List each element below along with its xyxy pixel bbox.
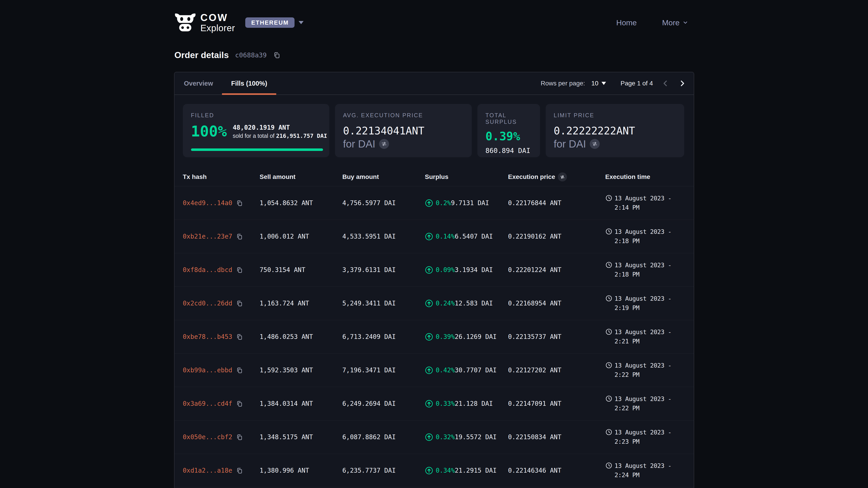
execution-time: 13 August 2023 - 2:24 PM — [615, 461, 685, 480]
copy-icon[interactable] — [236, 467, 243, 474]
invert-price-icon[interactable] — [558, 172, 567, 182]
surplus-amount: 30.7707 DAI — [455, 366, 497, 374]
clock-icon — [605, 195, 612, 201]
clock-icon — [605, 395, 612, 402]
tx-hash-link[interactable]: 0xb21e...23e7 — [183, 233, 232, 240]
copy-icon[interactable] — [236, 267, 243, 273]
clock-icon — [605, 462, 612, 469]
surplus-up-icon — [425, 333, 433, 341]
filled-card: FILLED 100% 48,020.1919 ANT sold for a t… — [183, 104, 329, 157]
next-page-button[interactable] — [678, 79, 686, 88]
buy-amount: 6,713.2409 DAI — [342, 333, 425, 340]
avg-execution-price-card: AVG. EXECUTION PRICE 0.22134041ANT for D… — [335, 104, 472, 157]
total-surplus-label: TOTAL SURPLUS — [486, 112, 534, 125]
surplus-up-icon — [425, 366, 433, 375]
sell-amount: 1,348.5175 ANT — [260, 433, 342, 441]
avg-price-label: AVG. EXECUTION PRICE — [343, 112, 465, 119]
col-sell-amount: Sell amount — [260, 173, 342, 181]
buy-amount: 4,756.5977 DAI — [342, 199, 425, 207]
copy-icon[interactable] — [236, 367, 243, 374]
logo-sub: Explorer — [200, 24, 235, 33]
buy-amount: 6,235.7737 DAI — [342, 467, 425, 474]
surplus-percent: 0.14% — [436, 233, 455, 240]
copy-icon[interactable] — [236, 333, 243, 340]
buy-amount: 7,196.3471 DAI — [342, 366, 425, 374]
pagination-toolbar: Rows per page: 10 Page 1 of 4 — [541, 72, 694, 94]
execution-price: 0.22150834 ANT — [508, 433, 605, 441]
surplus-up-icon — [425, 199, 433, 207]
table-row: 0xbe78...b453 1,486.0253 ANT 6,713.2409 … — [175, 320, 694, 354]
tx-hash-link[interactable]: 0xb99a...ebbd — [183, 366, 232, 374]
surplus-amount: 6.5407 DAI — [455, 233, 493, 240]
tx-hash-link[interactable]: 0x3a69...cd4f — [183, 400, 232, 408]
execution-time: 13 August 2023 - 2:19 PM — [615, 294, 685, 313]
sell-amount: 750.3154 ANT — [260, 266, 342, 273]
copy-icon[interactable] — [236, 200, 243, 206]
prev-page-button[interactable] — [661, 79, 670, 88]
nav-more[interactable]: More — [662, 18, 688, 27]
tx-hash-link[interactable]: 0xbe78...b453 — [183, 333, 232, 340]
clock-icon — [605, 328, 612, 335]
copy-icon[interactable] — [273, 52, 280, 59]
tab-overview[interactable]: Overview — [175, 72, 222, 94]
nav-more-label: More — [662, 18, 680, 27]
network-chevron-down-icon[interactable] — [299, 21, 304, 24]
surplus-cell: 0.09% 3.1934 DAI — [425, 266, 508, 274]
surplus-percent: 0.42% — [436, 366, 455, 374]
nav-home[interactable]: Home — [616, 18, 637, 27]
surplus-percent: 0.33% — [436, 400, 455, 408]
network-selector[interactable]: ETHEREUM — [245, 18, 294, 28]
tx-hash-link[interactable]: 0x050e...cbf2 — [183, 433, 232, 441]
page-title: Order details — [175, 50, 229, 60]
tx-hash-link[interactable]: 0xd1a2...a18e — [183, 467, 232, 474]
swap-currency-icon[interactable] — [379, 139, 389, 149]
col-execution-price: Execution price — [508, 172, 605, 182]
sell-amount: 1,163.724 ANT — [260, 300, 342, 307]
network-label: ETHEREUM — [251, 19, 289, 26]
clock-icon — [605, 261, 612, 268]
execution-price: 0.22168954 ANT — [508, 300, 605, 307]
execution-time: 13 August 2023 - 2:23 PM — [615, 428, 685, 446]
main-nav: Home More — [616, 18, 693, 27]
limit-price-card: LIMIT PRICE 0.22222222ANT for DAI — [546, 104, 684, 157]
filled-sold-line: sold for a total of 216,951.757 DAI — [232, 133, 327, 139]
tx-hash-link[interactable]: 0xf8da...dbcd — [183, 266, 232, 273]
surplus-cell: 0.24% 12.583 DAI — [425, 299, 508, 307]
surplus-up-icon — [425, 266, 433, 274]
surplus-percent: 0.09% — [436, 266, 455, 273]
clock-icon — [605, 228, 612, 235]
copy-icon[interactable] — [236, 300, 243, 307]
clock-icon — [605, 429, 612, 435]
tx-hash-link[interactable]: 0x4ed9...14a0 — [183, 199, 232, 207]
execution-time-cell: 13 August 2023 - 2:18 PM — [605, 261, 685, 279]
limit-price-unit: for DAI — [554, 138, 586, 151]
title-row: Order details c0688a39 — [175, 50, 694, 60]
copy-icon[interactable] — [236, 434, 243, 441]
cow-explorer-logo[interactable]: COW Explorer — [175, 13, 235, 33]
surplus-cell: 0.33% 21.128 DAI — [425, 400, 508, 408]
surplus-amount: 19.5572 DAI — [455, 433, 497, 441]
cow-icon — [175, 13, 196, 32]
table-row: 0xd1a2...a18e 1,380.996 ANT 6,235.7737 D… — [175, 454, 694, 487]
limit-price-label: LIMIT PRICE — [554, 112, 678, 119]
surplus-cell: 0.39% 26.1269 DAI — [425, 333, 508, 341]
order-id: c0688a39 — [235, 51, 267, 59]
col-surplus: Surplus — [425, 173, 508, 181]
copy-icon[interactable] — [236, 400, 243, 407]
swap-currency-icon[interactable] — [590, 139, 600, 149]
clock-icon — [605, 362, 612, 369]
execution-time: 13 August 2023 - 2:14 PM — [615, 194, 685, 212]
execution-time: 13 August 2023 - 2:18 PM — [615, 227, 685, 246]
rows-per-page-select[interactable]: 10 — [590, 79, 608, 87]
tab-fills[interactable]: Fills (100%) — [222, 72, 276, 94]
buy-amount: 4,533.5951 DAI — [342, 233, 425, 240]
execution-time: 13 August 2023 - 2:22 PM — [615, 361, 685, 379]
surplus-cell: 0.42% 30.7707 DAI — [425, 366, 508, 375]
execution-time: 13 August 2023 - 2:22 PM — [615, 394, 685, 413]
tx-hash-link[interactable]: 0x2cd0...26dd — [183, 300, 232, 307]
execution-time-cell: 13 August 2023 - 2:21 PM — [605, 328, 685, 346]
copy-icon[interactable] — [236, 233, 243, 240]
execution-time-cell: 13 August 2023 - 2:24 PM — [605, 461, 685, 480]
surplus-percent: 0.2% — [436, 199, 451, 207]
chevron-down-icon — [682, 20, 688, 26]
